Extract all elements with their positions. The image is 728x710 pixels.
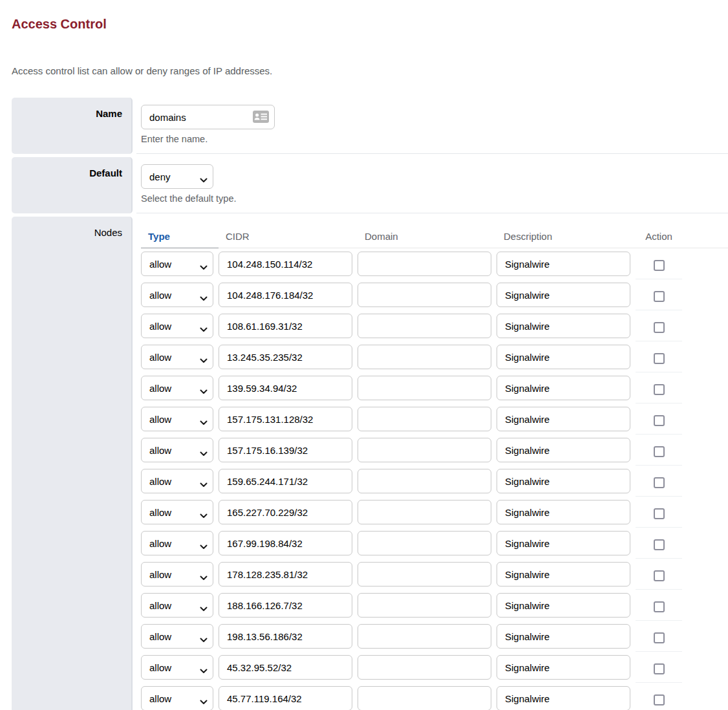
column-header-type: Type [141, 224, 213, 242]
column-header-domain: Domain [358, 224, 491, 242]
node-description-input[interactable] [497, 624, 630, 649]
node-type-select[interactable]: allow [141, 407, 213, 431]
node-cidr-input[interactable] [219, 345, 352, 369]
node-domain-input[interactable] [358, 593, 491, 618]
node-delete-checkbox[interactable] [654, 353, 665, 364]
node-delete-checkbox[interactable] [654, 632, 665, 643]
node-type-select[interactable]: allow [141, 686, 213, 710]
node-cidr-input[interactable] [219, 562, 352, 586]
node-delete-checkbox[interactable] [654, 539, 665, 550]
node-description-input[interactable] [497, 593, 630, 618]
node-description-input[interactable] [497, 283, 630, 307]
node-description-input[interactable] [497, 407, 630, 431]
node-type-select-wrap: allow [141, 345, 213, 369]
node-type-select[interactable]: allow [141, 469, 213, 493]
form-row-nodes: Nodes Type CIDR Domain Description Actio… [12, 217, 728, 710]
node-domain-input[interactable] [358, 283, 491, 307]
node-row: allow [141, 531, 728, 562]
node-domain-input[interactable] [358, 500, 491, 524]
node-domain-input[interactable] [358, 314, 491, 338]
node-cidr-input[interactable] [219, 469, 352, 493]
type-sort-link[interactable]: Type [148, 231, 170, 242]
node-domain-input[interactable] [358, 252, 491, 276]
node-delete-checkbox[interactable] [654, 384, 665, 395]
node-type-select[interactable]: allow [141, 376, 213, 400]
node-row: allow [141, 593, 728, 624]
node-type-select-wrap: allow [141, 252, 213, 276]
node-cidr-input[interactable] [219, 500, 352, 524]
node-type-select[interactable]: allow [141, 252, 213, 276]
node-row: allow [141, 562, 728, 593]
node-delete-checkbox[interactable] [654, 570, 665, 581]
name-row-content: Enter the name. [136, 98, 728, 154]
node-description-input[interactable] [497, 500, 630, 524]
node-description-input[interactable] [497, 314, 630, 338]
node-description-input[interactable] [497, 655, 630, 680]
node-delete-checkbox[interactable] [654, 415, 665, 426]
node-cidr-input[interactable] [219, 438, 352, 462]
node-domain-input[interactable] [358, 376, 491, 400]
node-cidr-input[interactable] [219, 283, 352, 307]
node-description-input[interactable] [497, 686, 630, 710]
node-domain-input[interactable] [358, 345, 491, 369]
node-description-input[interactable] [497, 252, 630, 276]
node-type-select[interactable]: allow [141, 593, 213, 618]
node-cidr-input[interactable] [219, 531, 352, 555]
node-cidr-input[interactable] [219, 314, 352, 338]
node-description-input[interactable] [497, 469, 630, 493]
node-type-select[interactable]: allow [141, 531, 213, 555]
node-delete-checkbox[interactable] [654, 446, 665, 457]
node-delete-checkbox[interactable] [654, 322, 665, 333]
name-input[interactable] [141, 105, 275, 129]
node-domain-input[interactable] [358, 407, 491, 431]
node-type-select[interactable]: allow [141, 283, 213, 307]
node-type-select[interactable]: allow [141, 345, 213, 369]
node-domain-input[interactable] [358, 562, 491, 586]
node-description-input[interactable] [497, 562, 630, 586]
node-cidr-input[interactable] [219, 624, 352, 649]
node-cidr-input[interactable] [219, 407, 352, 431]
node-delete-checkbox[interactable] [654, 601, 665, 612]
node-delete-checkbox[interactable] [654, 508, 665, 519]
page: Access Control Access control list can a… [0, 0, 728, 710]
node-domain-input[interactable] [358, 686, 491, 710]
node-domain-input[interactable] [358, 531, 491, 555]
node-domain-input[interactable] [358, 438, 491, 462]
node-cidr-input[interactable] [219, 655, 352, 680]
node-action-cell [636, 345, 682, 372]
node-type-select[interactable]: allow [141, 655, 213, 680]
node-type-select[interactable]: allow [141, 562, 213, 586]
node-description-input[interactable] [497, 438, 630, 462]
node-description-input[interactable] [497, 531, 630, 555]
node-row: allow [141, 655, 728, 686]
node-cidr-input[interactable] [219, 593, 352, 618]
node-delete-checkbox[interactable] [654, 291, 665, 302]
column-header-description: Description [497, 224, 630, 242]
node-delete-checkbox[interactable] [654, 260, 665, 271]
node-action-cell [636, 376, 682, 403]
node-type-select[interactable]: allow [141, 314, 213, 338]
node-row: allow [141, 283, 728, 314]
node-type-select[interactable]: allow [141, 438, 213, 462]
access-control-form: Name Enter the nam [12, 98, 728, 710]
node-domain-input[interactable] [358, 655, 491, 680]
node-description-input[interactable] [497, 376, 630, 400]
node-type-select[interactable]: allow [141, 500, 213, 524]
node-description-input[interactable] [497, 345, 630, 369]
node-action-cell [636, 252, 682, 279]
node-delete-checkbox[interactable] [654, 477, 665, 488]
node-cidr-input[interactable] [219, 252, 352, 276]
node-domain-input[interactable] [358, 624, 491, 649]
default-hint: Select the default type. [141, 193, 728, 204]
default-select[interactable]: deny [141, 164, 213, 189]
node-row: allow [141, 500, 728, 531]
nodes-table-header: Type CIDR Domain Description Action [141, 224, 728, 248]
node-cidr-input[interactable] [219, 376, 352, 400]
node-delete-checkbox[interactable] [654, 663, 665, 674]
node-delete-checkbox[interactable] [654, 694, 665, 705]
node-type-select[interactable]: allow [141, 624, 213, 649]
node-cidr-input[interactable] [219, 686, 352, 710]
node-row: allow [141, 686, 728, 710]
node-domain-input[interactable] [358, 469, 491, 493]
node-row: allow [141, 624, 728, 655]
